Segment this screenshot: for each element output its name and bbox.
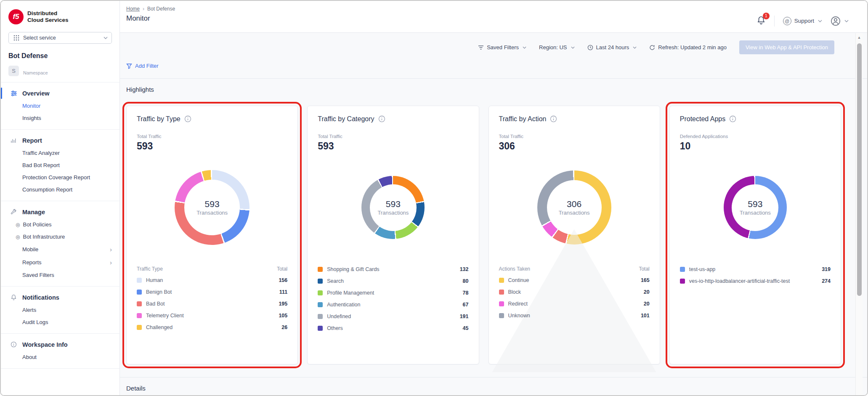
- legend-header: Traffic TypeTotal: [137, 263, 287, 274]
- user-account-menu[interactable]: [831, 16, 849, 26]
- sidebar-item-bad-bot-report[interactable]: Bad Bot Report: [1, 159, 119, 171]
- region-dropdown[interactable]: Region: US: [539, 44, 574, 50]
- metric-value: 10: [680, 141, 831, 152]
- highlights-cards: Traffic by TypeTotal Traffic593593Transa…: [120, 106, 867, 364]
- donut-chart[interactable]: 593Transactions: [361, 176, 425, 239]
- sidebar-item-reports[interactable]: Reports›: [1, 256, 119, 269]
- add-filter-button[interactable]: Add Filter: [126, 63, 159, 69]
- card-traffic-by-type: Traffic by TypeTotal Traffic593593Transa…: [126, 106, 298, 364]
- legend-label: Redirect: [508, 301, 640, 307]
- sidebar-item-mobile[interactable]: Mobile›: [1, 243, 119, 256]
- legend-row-test-us-app[interactable]: test-us-app319: [680, 263, 831, 275]
- sidebar-item-about[interactable]: About: [1, 351, 119, 363]
- metric-label: Total Traffic: [499, 134, 650, 139]
- legend-header-total: Total: [277, 266, 287, 272]
- refresh-icon: [649, 45, 655, 50]
- legend-swatch: [137, 313, 142, 318]
- sidebar-heading-report[interactable]: Report: [1, 134, 119, 147]
- breadcrumb-home[interactable]: Home: [126, 6, 140, 12]
- info-icon[interactable]: [550, 115, 557, 122]
- legend-row-challenged[interactable]: Challenged26: [137, 322, 287, 333]
- sidebar-item-saved-filters[interactable]: Saved Filters: [1, 269, 119, 281]
- donut-chart[interactable]: 306Transactions: [537, 170, 611, 245]
- sidebar-heading-workspace-info[interactable]: Workspace Info: [1, 338, 119, 351]
- legend-header-total: Total: [639, 266, 649, 272]
- vertical-scrollbar[interactable]: ▲: [855, 33, 863, 395]
- legend-label: ves-io-http-loadbalancer-artificial-traf…: [689, 278, 818, 284]
- legend-label: Others: [327, 325, 458, 331]
- saved-filters-dropdown[interactable]: Saved Filters: [478, 44, 526, 50]
- legend-value: 156: [279, 277, 287, 283]
- sidebar-section-overview: OverviewMonitorInsights: [1, 82, 119, 130]
- view-in-waap-button[interactable]: View in Web App & API Protection: [739, 40, 834, 54]
- sidebar-item-audit-logs[interactable]: Audit Logs: [1, 316, 119, 328]
- donut-center: 306Transactions: [547, 180, 602, 235]
- legend-value: 191: [460, 314, 469, 319]
- sidebar-item-insights[interactable]: Insights: [1, 112, 119, 124]
- filter-lines-icon: [478, 45, 484, 50]
- breadcrumb-bot-defense[interactable]: Bot Defense: [147, 6, 175, 12]
- legend-swatch: [499, 313, 504, 318]
- sidebar-item-label: Protection Coverage Report: [22, 174, 90, 181]
- sidebar-section-label: Manage: [22, 209, 45, 215]
- sidebar: f5 Distributed Cloud Services Select ser…: [1, 1, 120, 395]
- notifications-bell-button[interactable]: 1: [757, 16, 766, 27]
- sidebar-item-bot-policies[interactable]: ◎Bot Policies: [1, 218, 119, 231]
- brand-logo[interactable]: f5 Distributed Cloud Services: [1, 7, 119, 29]
- legend-row-block[interactable]: Block20: [499, 286, 650, 298]
- namespace-selector[interactable]: S Namespace: [1, 62, 119, 82]
- metric-label: Total Traffic: [318, 134, 468, 139]
- legend-row-authentication[interactable]: Authentication67: [318, 299, 468, 311]
- donut-chart[interactable]: 593Transactions: [724, 176, 787, 239]
- legend-value: 78: [463, 290, 469, 296]
- sidebar-item-protection-coverage-report[interactable]: Protection Coverage Report: [1, 171, 119, 183]
- metric-value: 593: [137, 141, 287, 152]
- sidebar-item-label: Bot Policies: [23, 221, 51, 228]
- legend-row-profile-management[interactable]: Profile Management78: [318, 287, 468, 299]
- toolbar: Saved Filters Region: US Last 24 hours R…: [120, 33, 867, 60]
- sidebar-heading-manage[interactable]: Manage: [1, 205, 119, 218]
- divider: [774, 16, 775, 27]
- grid-icon: [13, 35, 20, 42]
- sidebar-item-label: Alerts: [22, 307, 36, 313]
- legend-row-unknown[interactable]: Unknown101: [499, 310, 650, 322]
- legend-row-benign-bot[interactable]: Benign Bot111: [137, 286, 287, 298]
- legend-row-human[interactable]: Human156: [137, 274, 287, 286]
- select-service-dropdown[interactable]: Select service: [8, 32, 112, 44]
- brand-name: Distributed Cloud Services: [27, 10, 69, 23]
- scrollbar-thumb[interactable]: [857, 43, 862, 296]
- refresh-button[interactable]: Refresh: Updated 2 min ago: [649, 44, 727, 50]
- donut-chart[interactable]: 593Transactions: [175, 170, 250, 245]
- sidebar-item-monitor[interactable]: Monitor: [1, 100, 119, 112]
- sidebar-item-traffic-analyzer[interactable]: Traffic Analyzer: [1, 147, 119, 159]
- legend-row-undefined[interactable]: Undefined191: [318, 311, 468, 322]
- namespace-label: Namespace: [23, 70, 48, 76]
- legend-row-search[interactable]: Search80: [318, 275, 468, 287]
- legend-row-ves-io-http-loadbalancer-artificial-traffic-test[interactable]: ves-io-http-loadbalancer-artificial-traf…: [680, 275, 831, 287]
- time-range-dropdown[interactable]: Last 24 hours: [587, 44, 637, 50]
- scroll-up-button[interactable]: ▲: [856, 33, 863, 42]
- sidebar-item-label: Saved Filters: [22, 272, 54, 278]
- legend-row-telemetry-client[interactable]: Telemetry Client105: [137, 310, 287, 322]
- legend-swatch: [318, 267, 323, 272]
- info-icon[interactable]: [378, 115, 385, 122]
- legend-row-redirect[interactable]: Redirect20: [499, 298, 650, 310]
- legend-row-continue[interactable]: Continue165: [499, 274, 650, 286]
- sidebar-heading-notifications[interactable]: Notifications: [1, 291, 119, 304]
- donut-center-value: 306: [567, 199, 581, 209]
- sidebar-item-bot-infrastructure[interactable]: ◎Bot Infrastructure: [1, 231, 119, 243]
- legend-swatch: [137, 325, 142, 330]
- card-title: Traffic by Category: [318, 115, 374, 123]
- sidebar-item-consumption-report[interactable]: Consumption Report: [1, 183, 119, 196]
- info-icon[interactable]: [184, 115, 191, 122]
- support-menu[interactable]: @ Support: [783, 17, 822, 25]
- legend-row-others[interactable]: Others45: [318, 322, 468, 334]
- legend-value: 101: [641, 313, 650, 319]
- donut-center-label: Transactions: [559, 210, 590, 216]
- sidebar-heading-overview[interactable]: Overview: [1, 87, 119, 100]
- info-icon[interactable]: [729, 115, 736, 122]
- legend-row-bad-bot[interactable]: Bad Bot195: [137, 298, 287, 310]
- legend-label: Benign Bot: [146, 289, 275, 295]
- sidebar-item-alerts[interactable]: Alerts: [1, 304, 119, 316]
- legend-row-shopping-gift-cards[interactable]: Shopping & Gift Cards132: [318, 263, 468, 275]
